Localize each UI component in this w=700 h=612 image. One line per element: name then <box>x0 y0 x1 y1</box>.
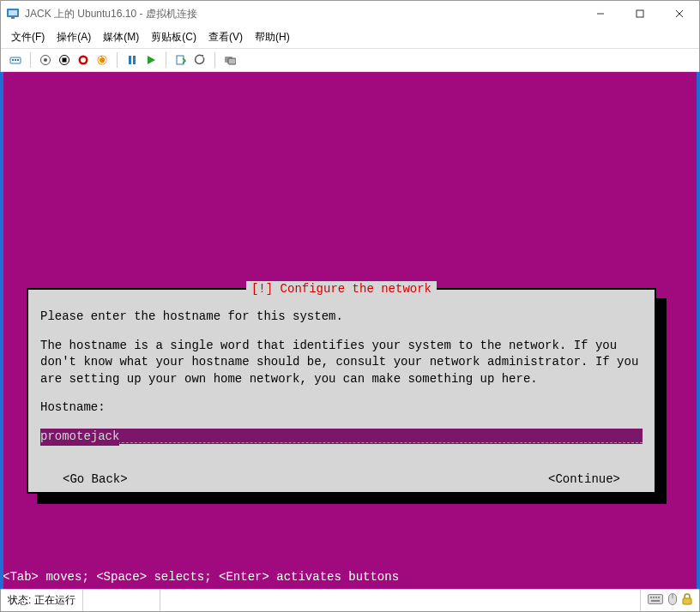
continue-button[interactable]: <Continue> <box>548 471 620 489</box>
status-empty-1 <box>83 590 160 611</box>
svg-rect-28 <box>651 600 660 602</box>
svg-rect-23 <box>649 595 663 604</box>
checkpoint-button[interactable] <box>173 52 189 68</box>
pause-button[interactable] <box>124 52 140 68</box>
menu-clipboard[interactable]: 剪贴板(C) <box>151 30 196 45</box>
ctrl-alt-del-button[interactable] <box>8 52 23 68</box>
keyboard-icon <box>648 594 663 607</box>
mouse-icon <box>668 593 677 608</box>
hostname-label: Hostname: <box>40 399 643 417</box>
status-empty-2 <box>160 590 641 611</box>
svg-point-12 <box>44 58 47 62</box>
svg-rect-27 <box>658 597 660 598</box>
play-button[interactable] <box>143 52 159 68</box>
svg-rect-22 <box>228 58 236 64</box>
menu-media[interactable]: 媒体(M) <box>103 30 139 45</box>
close-button[interactable] <box>660 1 699 27</box>
svg-rect-31 <box>683 598 691 604</box>
enhanced-session-button[interactable] <box>222 52 238 68</box>
svg-rect-8 <box>12 59 14 61</box>
maximize-button[interactable] <box>620 1 660 27</box>
revert-button[interactable] <box>192 52 208 68</box>
shutdown-button[interactable] <box>75 52 91 68</box>
window-title: JACK 上的 Ubuntu16.10 - 虚拟机连接 <box>25 7 581 21</box>
dialog-title: [!] Configure the network <box>246 281 437 298</box>
configure-network-dialog: [!] Configure the network Please enter t… <box>27 288 656 494</box>
svg-rect-1 <box>9 10 17 15</box>
key-hint-bar: <Tab> moves; <Space> selects; <Enter> ac… <box>1 567 699 589</box>
dialog-instruction-1: Please enter the hostname for this syste… <box>40 309 643 326</box>
start-button[interactable] <box>38 52 53 68</box>
menu-help[interactable]: 帮助(H) <box>255 30 290 45</box>
svg-rect-25 <box>653 597 655 598</box>
svg-rect-18 <box>129 56 131 64</box>
svg-rect-24 <box>650 597 652 598</box>
svg-rect-19 <box>133 56 136 64</box>
turnoff-button[interactable] <box>57 52 72 68</box>
hostname-value: promotejack <box>40 429 119 446</box>
svg-rect-14 <box>63 58 67 63</box>
hostname-input[interactable]: promotejack <box>40 429 643 444</box>
svg-point-16 <box>81 57 86 63</box>
minimize-button[interactable] <box>581 1 620 27</box>
reset-button[interactable] <box>94 52 110 68</box>
svg-rect-10 <box>17 59 19 61</box>
svg-rect-26 <box>655 597 657 598</box>
lock-icon <box>682 593 692 608</box>
menu-view[interactable]: 查看(V) <box>208 30 243 45</box>
svg-rect-9 <box>15 59 16 61</box>
svg-rect-2 <box>11 17 15 19</box>
menu-action[interactable]: 操作(A) <box>57 30 91 45</box>
status-label: 状态: 正在运行 <box>1 590 83 611</box>
app-icon <box>6 7 20 21</box>
dialog-instruction-2: The hostname is a single word that ident… <box>40 338 643 388</box>
svg-rect-4 <box>637 10 643 17</box>
menu-file[interactable]: 文件(F) <box>11 30 45 45</box>
go-back-button[interactable]: <Go Back> <box>63 471 128 489</box>
